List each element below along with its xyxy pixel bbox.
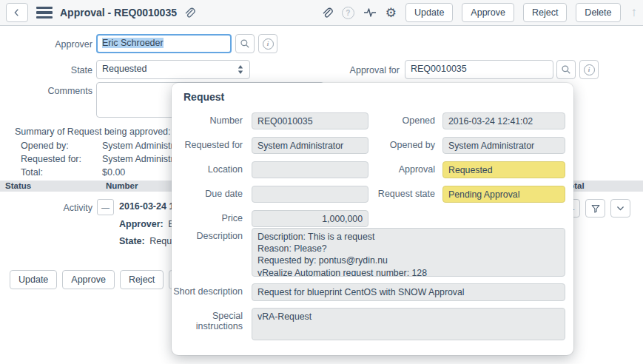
page-title: Approval - REQ0010035	[60, 7, 177, 18]
summary-opened-by-label: Opened by:	[21, 141, 69, 151]
header-reject-button[interactable]: Reject	[523, 3, 567, 22]
description-field: Description: This is a request Reason: P…	[252, 228, 565, 277]
column-number[interactable]: Number	[106, 181, 138, 190]
info-icon: i	[263, 38, 274, 50]
approver-lookup-button[interactable]	[235, 34, 255, 53]
funnel-icon	[590, 203, 601, 214]
state-value: Requested	[102, 64, 147, 74]
state-label: State	[0, 65, 92, 75]
approval-for-info-button[interactable]: i	[579, 60, 599, 79]
info-icon: i	[584, 64, 595, 75]
request-state-field: Pending Approval	[442, 186, 565, 203]
header-delete-button[interactable]: Delete	[576, 3, 620, 22]
chevron-down-icon	[616, 203, 625, 213]
activity-expand-button[interactable]	[610, 199, 630, 218]
header-actions: ? ⚙ Update Approve Reject Delete ↑	[320, 3, 637, 22]
footer-update-button[interactable]: Update	[10, 270, 57, 289]
approver-input[interactable]: Eric Schroeder	[96, 34, 232, 53]
title-paperclip-icon	[183, 7, 195, 19]
activity-stream-icon[interactable]	[363, 7, 377, 18]
footer-reject-button[interactable]: Reject	[120, 270, 164, 289]
due-date-label: Due date	[172, 189, 243, 199]
approval-for-input[interactable]: REQ0010035	[405, 60, 553, 79]
approval-for-value: REQ0010035	[411, 64, 467, 74]
opened-by-field: System Administrator	[442, 137, 565, 154]
price-label: Price	[172, 213, 243, 223]
minus-icon: —	[101, 203, 110, 212]
context-menu-icon[interactable]	[36, 7, 53, 18]
header-approve-button[interactable]: Approve	[462, 3, 514, 22]
approver-label: Approver	[0, 39, 92, 50]
short-description-field: Request for blueprint CentOS with SNOW A…	[252, 283, 565, 301]
approval-label: Approval	[339, 164, 435, 175]
activity-approver-label: Approver:	[119, 219, 164, 229]
opened-by-label: Opened by	[339, 140, 435, 150]
chevron-left-icon	[12, 7, 22, 18]
special-instructions-label: Special instructions	[172, 311, 243, 331]
opened-label: Opened	[339, 115, 435, 126]
activity-collapse-button[interactable]: —	[97, 199, 114, 215]
gear-icon[interactable]: ⚙	[386, 5, 397, 21]
opened-field: 2016-03-24 12:41:02	[442, 112, 565, 129]
request-preview-popup: Request Number REQ0010035 Opened 2016-03…	[172, 83, 573, 355]
approval-for-lookup-button[interactable]	[556, 60, 576, 79]
popup-title: Request	[184, 91, 224, 103]
number-label: Number	[172, 115, 243, 126]
special-instructions-field: vRA-Request	[252, 308, 565, 340]
footer-approve-button[interactable]: Approve	[62, 270, 115, 289]
select-updown-icon	[237, 64, 244, 75]
column-status[interactable]: Status	[5, 181, 31, 190]
activity-filter-button[interactable]	[585, 199, 605, 218]
help-icon[interactable]: ?	[342, 7, 354, 19]
search-icon	[240, 38, 250, 49]
state-select[interactable]: Requested	[96, 60, 250, 79]
attachment-icon[interactable]	[320, 7, 333, 19]
activity-label: Activity	[0, 203, 92, 213]
header-update-button[interactable]: Update	[405, 3, 453, 22]
search-icon	[561, 64, 571, 75]
price-field: 1,000,000	[252, 210, 368, 227]
scroll-top-icon[interactable]: ↑	[631, 5, 638, 20]
approver-info-button[interactable]: i	[258, 34, 277, 53]
summary-total-value: $0.00	[102, 167, 125, 178]
approval-status-field: Requested	[442, 161, 565, 178]
approval-form-screen: Approval - REQ0010035 ? ⚙ Update Approve…	[0, 0, 643, 364]
form-header: Approval - REQ0010035 ? ⚙ Update Approve…	[0, 0, 643, 26]
summary-title: Summary of Request being approved:	[15, 127, 171, 137]
approval-for-label: Approval for	[318, 65, 400, 75]
location-label: Location	[172, 164, 243, 175]
activity-state-label: State:	[119, 236, 145, 246]
requested-for-label: Requested for	[172, 140, 243, 150]
request-state-label: Request state	[339, 189, 435, 199]
back-button[interactable]	[6, 3, 28, 22]
short-description-label: Short description	[172, 286, 243, 297]
comments-label: Comments	[0, 86, 92, 96]
description-label: Description	[172, 231, 243, 241]
approver-value: Eric Schroeder	[102, 38, 164, 48]
summary-total-label: Total:	[21, 167, 43, 178]
summary-requested-for-label: Requested for:	[21, 154, 81, 164]
